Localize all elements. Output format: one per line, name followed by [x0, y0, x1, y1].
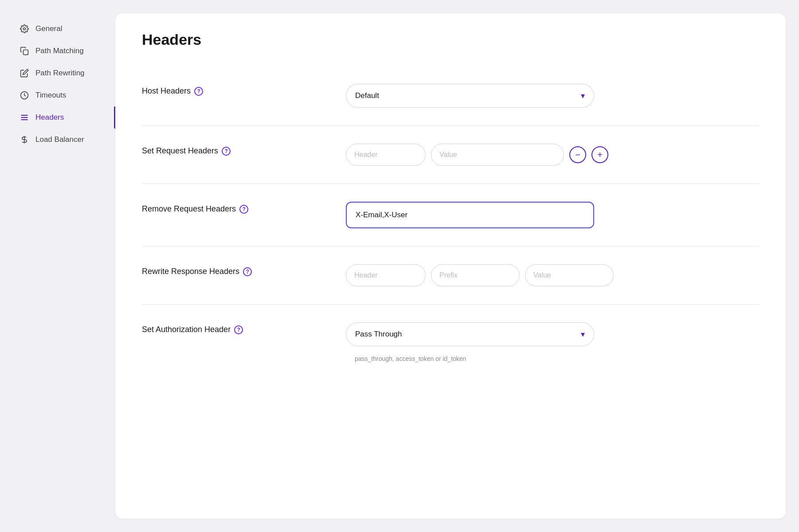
value-placeholder: Value	[439, 151, 457, 159]
remove-request-headers-section: Remove Request Headers ? X-Email,X-User	[142, 184, 759, 246]
rewrite-response-headers-content: Header Prefix Value	[346, 264, 759, 286]
set-authorization-header-section: Set Authorization Header ? Pass Through …	[142, 305, 759, 380]
rewrite-value-placeholder: Value	[533, 271, 551, 279]
svg-rect-1	[24, 50, 28, 55]
sidebar-item-path-rewriting[interactable]: Path Rewriting	[9, 62, 115, 84]
sidebar: General Path Matching Path Rewriting	[9, 9, 115, 523]
sidebar-item-timeouts[interactable]: Timeouts	[9, 84, 115, 106]
page-container: General Path Matching Path Rewriting	[9, 9, 790, 523]
dropdown-arrow-icon: ▾	[581, 91, 585, 101]
host-headers-content: Default ▾	[346, 84, 759, 108]
svg-point-0	[24, 28, 26, 30]
host-headers-help-icon[interactable]: ?	[194, 87, 203, 96]
cross-icon	[20, 135, 29, 145]
auth-dropdown-arrow-icon: ▾	[581, 329, 585, 339]
sidebar-label-path-rewriting: Path Rewriting	[35, 69, 85, 78]
add-header-button[interactable]: +	[591, 146, 608, 163]
sidebar-item-path-matching[interactable]: Path Matching	[9, 40, 115, 62]
remove-header-button[interactable]: −	[569, 146, 586, 163]
rewrite-header-input[interactable]: Header	[346, 264, 426, 286]
host-headers-dropdown-value: Default	[355, 91, 379, 100]
remove-request-headers-help-icon[interactable]: ?	[239, 205, 248, 214]
sidebar-label-path-matching: Path Matching	[35, 47, 84, 55]
remove-request-headers-input[interactable]: X-Email,X-User	[346, 202, 594, 228]
copy-icon	[20, 46, 29, 56]
rewrite-response-headers-label: Rewrite Response Headers ?	[142, 264, 328, 276]
remove-request-headers-value: X-Email,X-User	[356, 211, 407, 219]
set-request-headers-section: Set Request Headers ? Header Value − +	[142, 126, 759, 184]
set-authorization-dropdown-value: Pass Through	[355, 330, 402, 339]
host-headers-section: Host Headers ? Default ▾	[142, 66, 759, 126]
page-title: Headers	[142, 31, 759, 48]
host-headers-label: Host Headers ?	[142, 84, 328, 96]
set-authorization-header-help-icon[interactable]: ?	[234, 325, 243, 334]
rewrite-value-input[interactable]: Value	[525, 264, 614, 286]
sidebar-label-general: General	[35, 24, 62, 33]
remove-request-headers-label: Remove Request Headers ?	[142, 202, 328, 214]
set-request-header-input[interactable]: Header	[346, 144, 426, 166]
sidebar-label-timeouts: Timeouts	[35, 91, 66, 100]
set-authorization-dropdown[interactable]: Pass Through ▾	[346, 322, 594, 346]
sidebar-label-load-balancer: Load Balancer	[35, 135, 84, 144]
rewrite-prefix-placeholder: Prefix	[439, 271, 458, 279]
rewrite-response-headers-help-icon[interactable]: ?	[243, 267, 252, 276]
clock-icon	[20, 90, 29, 100]
sidebar-item-headers[interactable]: Headers	[9, 106, 115, 129]
sidebar-label-headers: Headers	[35, 113, 64, 122]
sidebar-item-general[interactable]: General	[9, 18, 115, 40]
rewrite-prefix-input[interactable]: Prefix	[431, 264, 520, 286]
pencil-icon	[20, 68, 29, 78]
set-request-headers-label: Set Request Headers ?	[142, 144, 328, 156]
lines-icon	[20, 113, 29, 122]
remove-request-headers-content: X-Email,X-User	[346, 202, 759, 228]
rewrite-header-placeholder: Header	[354, 271, 377, 279]
sidebar-item-load-balancer[interactable]: Load Balancer	[9, 129, 115, 151]
host-headers-dropdown[interactable]: Default ▾	[346, 84, 594, 108]
set-authorization-header-label: Set Authorization Header ?	[142, 322, 328, 334]
set-request-headers-content: Header Value − +	[346, 144, 759, 166]
gear-icon	[20, 24, 29, 34]
rewrite-response-headers-section: Rewrite Response Headers ? Header Prefix…	[142, 246, 759, 305]
set-authorization-header-content: Pass Through ▾ pass_through, access_toke…	[346, 322, 759, 362]
set-request-value-input[interactable]: Value	[431, 144, 564, 166]
main-content: Headers Host Headers ? Default ▾ Set Req…	[115, 13, 786, 519]
set-request-headers-help-icon[interactable]: ?	[222, 147, 231, 156]
authorization-hint: pass_through, access_token or id_token	[346, 355, 466, 362]
header-placeholder: Header	[354, 151, 377, 159]
